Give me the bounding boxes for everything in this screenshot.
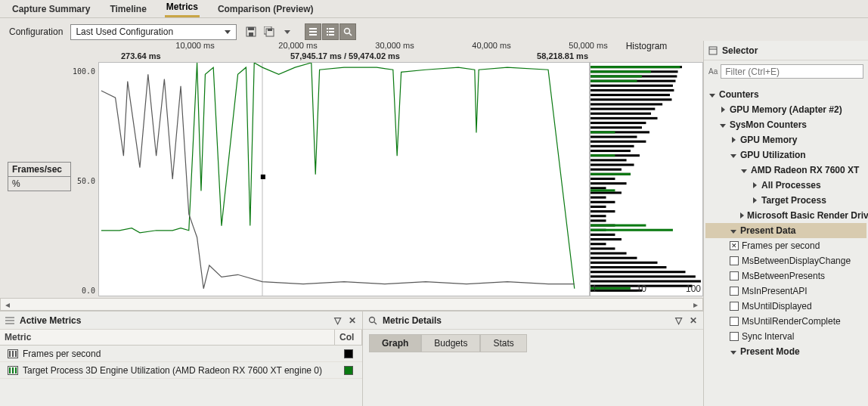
metric-name: Frames per second (23, 349, 101, 359)
close-icon[interactable]: ✕ (688, 315, 699, 326)
svg-rect-44 (591, 178, 615, 180)
y-tick-50: 50.0 (77, 177, 95, 185)
hist-tick-1: 1 (592, 284, 597, 294)
tree-item[interactable]: Target Process (705, 193, 866, 208)
search-icon (367, 315, 378, 326)
tree-item[interactable]: All Processes (705, 178, 866, 193)
histogram-plot[interactable]: 1 10 100 (590, 62, 703, 296)
active-metrics-header: Metric Col (0, 330, 362, 346)
tree-item[interactable]: Microsoft Basic Render Driver (705, 208, 866, 223)
tree-item[interactable]: MsInPresentAPI (705, 284, 866, 299)
chevron-right-icon[interactable] (751, 180, 758, 191)
tree-item[interactable]: GPU Utilization (705, 147, 866, 163)
md-tab-budgets[interactable]: Budgets (421, 334, 480, 352)
svg-rect-47 (591, 191, 622, 194)
y-axis-label-pct: % (8, 177, 70, 191)
checkbox[interactable] (730, 287, 739, 296)
svg-rect-36 (591, 141, 646, 143)
chevron-down-icon (222, 26, 234, 38)
config-select[interactable]: Last Used Configuration (70, 24, 237, 40)
tree-item[interactable]: Counters (705, 87, 866, 102)
chevron-right-icon[interactable] (751, 195, 758, 206)
tree-item[interactable]: Sync Interval (705, 329, 866, 344)
tree-item[interactable]: MsBetweenPresents (705, 268, 866, 284)
svg-rect-1 (248, 27, 254, 30)
metric-name: Target Process 3D Engine Utilization (AM… (23, 365, 322, 376)
tree-item[interactable]: MsUntilDisplayed (705, 299, 866, 314)
checkbox[interactable] (730, 302, 739, 311)
tree-item[interactable]: SysMon Counters (705, 117, 866, 132)
tab-metrics[interactable]: Metrics (165, 0, 200, 17)
selector-filter-input[interactable] (721, 64, 863, 79)
tab-timeline[interactable]: Timeline (108, 2, 147, 17)
chevron-down-icon[interactable] (730, 150, 737, 160)
svg-rect-78 (591, 229, 673, 231)
svg-rect-53 (591, 219, 606, 222)
checkbox[interactable] (730, 271, 739, 280)
tree-item[interactable]: MsUntilRenderComplete (705, 314, 866, 329)
chevron-down-icon[interactable] (719, 119, 727, 130)
save-icon[interactable] (243, 23, 259, 40)
col-metric-header[interactable]: Metric (0, 330, 335, 345)
panel-menu-icon[interactable]: ▽ (673, 315, 684, 326)
color-swatch[interactable] (344, 349, 353, 358)
chevron-down-icon[interactable] (708, 89, 716, 100)
metric-details-panel: Metric Details ▽ ✕ Graph Budgets Stats (363, 311, 703, 406)
chevron-right-icon[interactable] (730, 135, 737, 145)
svg-rect-49 (591, 201, 615, 203)
col-color-header[interactable]: Col (335, 330, 362, 345)
chevron-right-icon[interactable] (740, 210, 744, 221)
checkbox[interactable] (730, 317, 739, 326)
chevron-down-icon[interactable] (740, 165, 748, 175)
svg-rect-30 (591, 113, 651, 115)
scroll-right-icon[interactable]: ▸ (690, 299, 701, 310)
md-tab-graph[interactable]: Graph (369, 334, 421, 352)
svg-rect-37 (591, 145, 634, 147)
svg-rect-72 (591, 80, 637, 82)
metric-row[interactable]: Target Process 3D Engine Utilization (AM… (0, 362, 362, 379)
line-plot[interactable] (98, 62, 590, 296)
tree-item[interactable]: MsBetweenDisplayChange (705, 253, 866, 268)
color-swatch[interactable] (344, 366, 353, 375)
cursor-start-ms: 273.64 ms (121, 51, 161, 60)
metric-row[interactable]: Frames per second (0, 346, 362, 362)
view-chart-icon[interactable] (305, 23, 321, 40)
tree-item[interactable]: Present Mode (705, 344, 866, 359)
svg-rect-76 (591, 189, 615, 191)
match-case-icon[interactable]: Aa (708, 67, 718, 76)
tree-item[interactable]: Present Data (705, 223, 866, 238)
tab-comparison[interactable]: Comparison (Preview) (216, 2, 315, 17)
metric-details-tabs: Graph Budgets Stats (363, 330, 703, 357)
x-tick-40k: 40,000 ms (472, 41, 510, 50)
scroll-left-icon[interactable]: ◂ (2, 299, 13, 310)
svg-rect-5 (268, 29, 272, 31)
svg-rect-10 (327, 28, 328, 29)
tab-capture-summary[interactable]: Capture Summary (11, 2, 91, 17)
close-icon[interactable]: ✕ (347, 315, 358, 326)
panel-menu-icon[interactable]: ▽ (332, 315, 343, 326)
chart-h-scrollbar[interactable]: ◂ ▸ (0, 298, 703, 311)
config-label: Configuration (8, 26, 64, 37)
active-metrics-title: Active Metrics (20, 315, 81, 326)
tree-item[interactable]: GPU Memory (Adapter #2) (705, 102, 866, 117)
checkbox[interactable] (730, 332, 739, 341)
svg-rect-35 (591, 136, 637, 138)
tree-item[interactable]: GPU Memory (705, 132, 866, 147)
chevron-down-icon[interactable] (730, 346, 737, 357)
svg-rect-70 (591, 70, 651, 73)
svg-rect-24 (591, 85, 673, 87)
tree-label: Frames per second (742, 240, 820, 251)
chevron-right-icon[interactable] (719, 104, 727, 115)
tree-item[interactable]: AMD Radeon RX 7600 XT (705, 163, 866, 178)
md-tab-stats[interactable]: Stats (480, 334, 526, 352)
view-list-icon[interactable] (322, 23, 339, 40)
svg-rect-46 (591, 187, 606, 189)
search-icon[interactable] (339, 23, 356, 40)
tree-item[interactable]: ✕Frames per second (705, 238, 866, 253)
checkbox[interactable]: ✕ (730, 241, 739, 250)
chevron-down-icon[interactable] (730, 225, 737, 236)
save-all-icon[interactable] (261, 23, 277, 40)
svg-rect-52 (591, 215, 606, 217)
dropdown-icon[interactable] (279, 23, 296, 40)
checkbox[interactable] (730, 256, 739, 265)
